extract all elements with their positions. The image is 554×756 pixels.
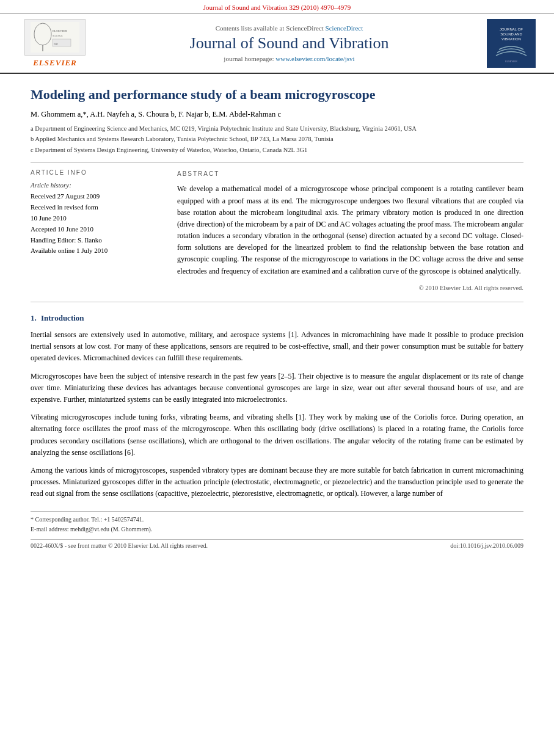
affiliation-a: a Department of Engineering Science and … <box>31 124 523 134</box>
footnote-section: * Corresponding author. Tel.: +1 5402574… <box>31 511 523 534</box>
svg-text:ELSEVIER: ELSEVIER <box>505 60 517 63</box>
accepted-date: Accepted 10 June 2010 <box>31 225 165 234</box>
article-history-label: Article history: <box>31 181 165 191</box>
journal-center: Contents lists available at ScienceDirec… <box>92 24 487 62</box>
issn-line: 0022-460X/$ - see front matter © 2010 El… <box>31 542 208 549</box>
abstract-label: ABSTRACT <box>177 169 523 179</box>
svg-rect-0 <box>31 22 79 53</box>
received-date: Received 27 August 2009 <box>31 192 165 202</box>
section-title: Introduction <box>41 313 84 322</box>
header-left: ELSEVIER SCIENCE logo ELSEVIER <box>18 19 92 68</box>
journal-header: ELSEVIER SCIENCE logo ELSEVIER Contents … <box>0 14 554 74</box>
authors-text: M. Ghommem a,*, A.H. Nayfeh a, S. Choura… <box>31 110 281 118</box>
intro-paragraph-2: Microgyroscopes have been the subject of… <box>31 371 523 406</box>
introduction-section: 1. Introduction Inertial sensors are ext… <box>31 313 523 500</box>
affiliation-b: b Applied Mechanics and Systems Research… <box>31 134 523 144</box>
received-revised-label: Received in revised form <box>31 203 165 213</box>
main-content: Modeling and performance study of a beam… <box>0 74 554 561</box>
info-abstract-columns: ARTICLE INFO Article history: Received 2… <box>31 169 523 293</box>
svg-text:SCIENCE: SCIENCE <box>53 34 63 37</box>
handling-editor: Handling Editor: S. Ilanko <box>31 236 165 245</box>
svg-text:SOUND AND: SOUND AND <box>500 32 522 36</box>
journal-logo-right: JOURNAL OF SOUND AND VIBRATION ELSEVIER <box>487 19 536 68</box>
intro-paragraph-1: Inertial sensors are extensively used in… <box>31 329 523 365</box>
citation-text: Journal of Sound and Vibration 329 (2010… <box>203 4 351 11</box>
sciencedirect-link[interactable]: ScienceDirect <box>326 24 363 32</box>
section-number: 1. <box>31 313 37 322</box>
elsevier-logo: ELSEVIER SCIENCE logo ELSEVIER <box>18 19 92 68</box>
journal-title: Journal of Sound and Vibration <box>92 34 487 53</box>
divider-top <box>31 162 523 163</box>
contents-line: Contents lists available at ScienceDirec… <box>92 24 487 32</box>
doi-line: doi:10.1016/j.jsv.2010.06.009 <box>450 542 523 549</box>
contents-text: Contents lists available at ScienceDirec… <box>216 24 324 32</box>
abstract-column: ABSTRACT We develop a mathematical model… <box>177 169 523 293</box>
corresponding-author-footnote: * Corresponding author. Tel.: +1 5402574… <box>31 515 523 525</box>
email-footnote: E-mail address: mehdig@vt.edu (M. Ghomme… <box>31 525 523 534</box>
intro-heading: 1. Introduction <box>31 313 523 323</box>
homepage-label: journal homepage: <box>224 55 274 62</box>
svg-text:JOURNAL OF: JOURNAL OF <box>500 27 523 31</box>
svg-text:ELSEVIER: ELSEVIER <box>53 29 67 32</box>
journal-citation: Journal of Sound and Vibration 329 (2010… <box>0 0 554 14</box>
abstract-text: We develop a mathematical model of a mic… <box>177 183 523 277</box>
copyright: © 2010 Elsevier Ltd. All rights reserved… <box>177 283 523 293</box>
divider-bottom <box>31 302 523 302</box>
affiliations: a Department of Engineering Science and … <box>31 124 523 155</box>
svg-text:VIBRATION: VIBRATION <box>501 37 521 41</box>
revised-date: 10 June 2010 <box>31 214 165 224</box>
elsevier-brand: ELSEVIER <box>33 58 77 68</box>
article-info-column: ARTICLE INFO Article history: Received 2… <box>31 169 165 293</box>
homepage-link[interactable]: www.elsevier.com/locate/jsvi <box>275 55 354 62</box>
article-info-label: ARTICLE INFO <box>31 169 165 176</box>
article-title: Modeling and performance study of a beam… <box>31 86 523 104</box>
svg-text:logo: logo <box>54 42 58 45</box>
journal-homepage: journal homepage: www.elsevier.com/locat… <box>92 55 487 62</box>
intro-paragraph-3: Vibrating microgyroscopes include tuning… <box>31 412 523 459</box>
authors-line: M. Ghommem a,*, A.H. Nayfeh a, S. Choura… <box>31 110 523 119</box>
elsevier-logo-image: ELSEVIER SCIENCE logo <box>24 19 86 56</box>
available-online: Available online 1 July 2010 <box>31 246 165 256</box>
affiliation-c: c Department of Systems Design Engineeri… <box>31 145 523 155</box>
intro-paragraph-4: Among the various kinds of microgyroscop… <box>31 465 523 500</box>
page-footer: 0022-460X/$ - see front matter © 2010 El… <box>31 539 523 549</box>
